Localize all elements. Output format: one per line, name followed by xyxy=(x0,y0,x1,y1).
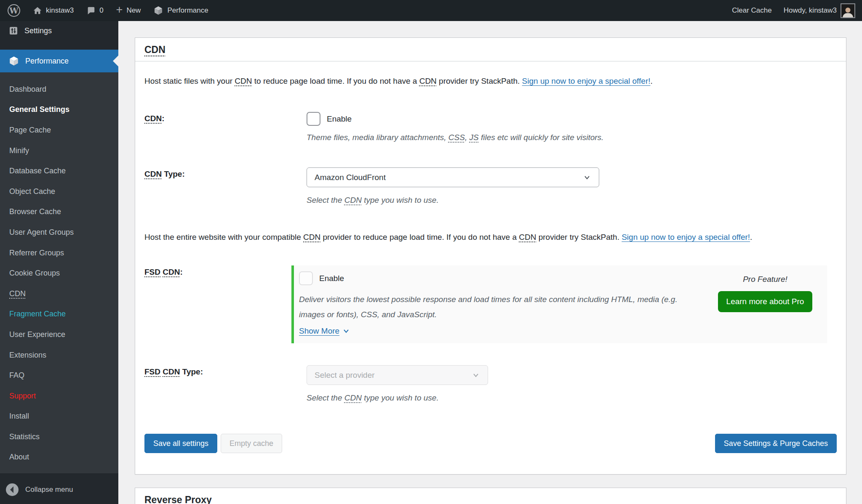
label-text: Type: xyxy=(162,170,185,178)
admin-bar-left: W kinstaw3 0 + New Perfo xyxy=(0,4,208,17)
sidebar-cdn-label: CDN xyxy=(9,289,26,298)
fsd-cdn-label: FSD CDN: xyxy=(144,265,299,343)
cdn-title-text: CDN xyxy=(144,44,165,55)
intro-text: Host static files with your xyxy=(144,77,235,85)
pro-feature-text: Pro Feature! xyxy=(743,275,787,284)
sidebar-item-fragment-cache[interactable]: Fragment Cache xyxy=(0,304,118,325)
cdn-enable-control[interactable]: Enable xyxy=(307,112,837,126)
clear-cache-link[interactable]: Clear Cache xyxy=(732,6,772,15)
adminbar-performance-label: Performance xyxy=(167,6,208,15)
chevron-down-icon xyxy=(583,173,591,182)
sidebar-item-support[interactable]: Support xyxy=(0,386,118,406)
sidebar-performance-label: Performance xyxy=(25,57,69,66)
show-more-label: Show More xyxy=(299,326,339,336)
learn-more-pro-button[interactable]: Learn more about Pro xyxy=(718,291,813,312)
empty-cache-button[interactable]: Empty cache xyxy=(221,434,282,453)
sidebar-item-faq[interactable]: FAQ xyxy=(0,365,118,386)
desc-text: files etc will quickly for site visitors… xyxy=(479,133,604,142)
sidebar-item-minify[interactable]: Minify xyxy=(0,141,118,161)
sidebar-item-extensions[interactable]: Extensions xyxy=(0,345,118,366)
new-content-link[interactable]: + New xyxy=(116,5,141,16)
sidebar-item-referrer-groups[interactable]: Referrer Groups xyxy=(0,243,118,263)
sidebar-item-database-cache[interactable]: Database Cache xyxy=(0,161,118,181)
signup-offer-link[interactable]: Sign up now to enjoy a special offer! xyxy=(622,233,750,241)
cdn-type-description: Select the CDN type you wish to use. xyxy=(307,194,837,207)
css-acronym: CSS xyxy=(448,133,465,142)
desc-text: Select the xyxy=(307,196,344,204)
cdn-acronym: CDN xyxy=(235,77,252,85)
sidebar-item-settings[interactable]: Settings xyxy=(0,21,118,40)
admin-bar: W kinstaw3 0 + New Perfo xyxy=(0,0,862,21)
wordpress-logo-icon[interactable]: W xyxy=(8,4,20,17)
cdn-acronym: CDN xyxy=(303,233,320,241)
cdn-type-selected-value: Amazon CloudFront xyxy=(315,173,386,182)
clear-cache-label: Clear Cache xyxy=(732,6,772,15)
signup-offer-link[interactable]: Sign up now to enjoy a special offer! xyxy=(522,77,651,85)
sidebar-item-cdn[interactable]: CDN xyxy=(0,284,118,304)
howdy-account-link[interactable]: Howdy, kinstaw3 xyxy=(784,3,855,18)
w3tc-cube-icon xyxy=(8,56,19,66)
comments-count: 0 xyxy=(99,6,103,15)
cdn-row-field: Enable Theme files, media library attach… xyxy=(307,112,837,144)
sidebar-item-page-cache[interactable]: Page Cache xyxy=(0,120,118,141)
sidebar-item-user-experience[interactable]: User Experience xyxy=(0,324,118,345)
intro-text: to reduce page load time. If you do not … xyxy=(252,77,419,85)
fsd-intro-paragraph: Host the entire website with your compat… xyxy=(144,230,837,244)
fsd-pro-box-right: Pro Feature! Learn more about Pro xyxy=(713,271,818,336)
w3tc-cube-icon xyxy=(153,5,163,16)
comments-link[interactable]: 0 xyxy=(86,6,103,15)
sidebar-item-about[interactable]: About xyxy=(0,447,118,468)
sidebar-item-general-settings[interactable]: General Settings xyxy=(0,100,118,120)
sidebar-item-object-cache[interactable]: Object Cache xyxy=(0,181,118,202)
cdn-panel-title: CDN xyxy=(135,38,846,61)
label-text: Type: xyxy=(180,367,203,376)
fsd-cdn-field: Enable Deliver visitors the lowest possi… xyxy=(299,265,837,343)
sidebar-item-cookie-groups[interactable]: Cookie Groups xyxy=(0,263,118,284)
intro-text: provider try StackPath. xyxy=(437,77,522,85)
site-home-link[interactable]: kinstaw3 xyxy=(33,6,74,15)
cdn-type-select[interactable]: Amazon CloudFront xyxy=(307,167,599,187)
home-icon xyxy=(33,6,42,15)
fsd-acronym: FSD xyxy=(144,367,160,376)
fsd-pro-box-left: Enable Deliver visitors the lowest possi… xyxy=(299,271,713,336)
sidebar-item-statistics[interactable]: Statistics xyxy=(0,427,118,447)
save-settings-purge-caches-button[interactable]: Save Settings & Purge Caches xyxy=(715,434,837,453)
cdn-acronym: CDN xyxy=(419,77,437,85)
intro-text: . xyxy=(651,77,653,85)
show-more-link[interactable]: Show More xyxy=(299,326,350,336)
intro-text: . xyxy=(750,233,752,241)
intro-text: provider to reduce page load time. If yo… xyxy=(320,233,519,241)
fsd-cdn-row: FSD CDN: Enable Deliver visitors the low… xyxy=(144,265,837,343)
sidebar-item-user-agent-groups[interactable]: User Agent Groups xyxy=(0,222,118,243)
cdn-acronym: CDN xyxy=(144,170,162,178)
adminbar-performance-link[interactable]: Performance xyxy=(153,5,208,16)
cdn-row-label: CDN: xyxy=(144,112,307,144)
save-all-settings-button[interactable]: Save all settings xyxy=(144,434,217,453)
collapse-icon xyxy=(6,483,19,496)
desc-text: type you wish to use. xyxy=(362,196,439,204)
sidebar-item-browser-cache[interactable]: Browser Cache xyxy=(0,202,118,223)
performance-submenu: Dashboard General Settings Page Cache Mi… xyxy=(0,72,118,473)
chevron-down-icon xyxy=(342,327,350,335)
js-acronym: JS xyxy=(470,133,479,142)
reverse-proxy-panel: Reverse Proxy xyxy=(135,488,846,504)
collapse-menu-button[interactable]: Collapse menu xyxy=(0,479,118,500)
reverse-proxy-title: Reverse Proxy xyxy=(135,488,846,504)
label-colon: : xyxy=(180,268,182,276)
chevron-down-icon xyxy=(472,371,480,379)
sidebar-item-dashboard[interactable]: Dashboard xyxy=(0,79,118,100)
cdn-enable-checkbox[interactable] xyxy=(307,112,320,126)
avatar xyxy=(841,3,855,18)
cdn-acronym: CDN xyxy=(163,268,180,276)
fsd-cdn-type-field: Select a provider Select the CDN type yo… xyxy=(307,365,837,404)
cdn-panel: CDN Host static files with your CDN to r… xyxy=(135,37,846,475)
desc-text: Theme files, media library attachments, xyxy=(307,133,448,142)
sidebar-item-performance[interactable]: Performance xyxy=(0,50,118,72)
cdn-buttons-row: Save all settings Empty cache Save Setti… xyxy=(144,434,837,453)
fsd-cdn-type-label: FSD CDN Type: xyxy=(144,365,307,404)
cdn-type-field: Amazon CloudFront Select the CDN type yo… xyxy=(307,167,837,207)
new-label: New xyxy=(126,6,141,15)
fsd-enable-label: Enable xyxy=(319,274,344,283)
howdy-label: Howdy, kinstaw3 xyxy=(784,6,837,15)
sidebar-item-install[interactable]: Install xyxy=(0,406,118,427)
